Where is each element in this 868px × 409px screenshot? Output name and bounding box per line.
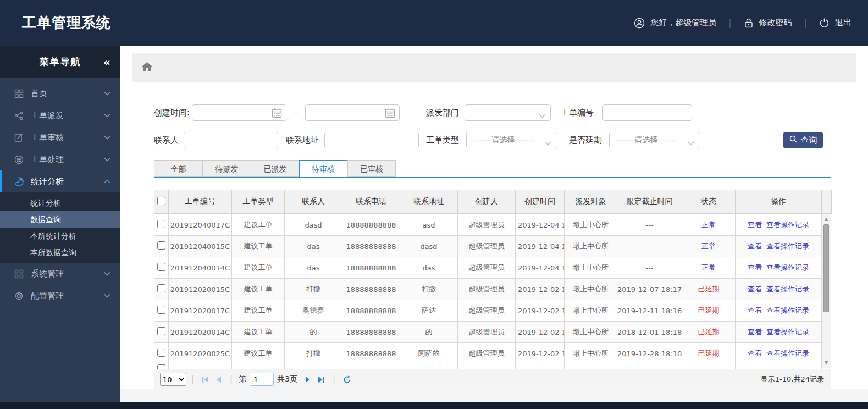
row-checkbox[interactable] bbox=[157, 364, 165, 369]
sidebar-item-process[interactable]: 工单处理 bbox=[0, 148, 120, 170]
cell-created-at: 2019-12-02 16 bbox=[516, 322, 565, 343]
col-phone: 联系电话 bbox=[342, 190, 400, 214]
table-scrollbar[interactable]: ▲ ▼ bbox=[822, 214, 831, 368]
cell-order-type: 建议工单 bbox=[232, 236, 285, 257]
order-type-select[interactable]: -------请选择------- bbox=[466, 132, 556, 148]
sidebar-item-dispatch[interactable]: 工单派发 bbox=[0, 104, 120, 126]
search-button[interactable]: 查询 bbox=[783, 132, 823, 148]
submenu-item-local-statistics[interactable]: 本所统计分析 bbox=[0, 228, 120, 244]
col-deadline: 限定截止时间 bbox=[617, 190, 682, 214]
cell-dispatch-to: 墩上中心所 bbox=[565, 236, 617, 257]
work-order-table: 工单编号 工单类型 联系人 联系电话 联系地址 创建人 创建时间 派发对象 限定… bbox=[154, 190, 831, 390]
grid-icon bbox=[14, 89, 24, 98]
delay-select[interactable]: -------请选择------- bbox=[609, 132, 699, 148]
cell-address: dasd bbox=[400, 236, 458, 257]
home-icon[interactable] bbox=[141, 62, 153, 74]
view-link[interactable]: 查看 bbox=[748, 328, 762, 336]
cell-operations: 查看查看操作记录 bbox=[736, 343, 822, 364]
tab-pending-review[interactable]: 待审核 bbox=[299, 160, 347, 178]
view-link[interactable]: 查看 bbox=[748, 306, 762, 314]
scrollbar-thumb[interactable] bbox=[823, 224, 829, 312]
row-checkbox[interactable] bbox=[157, 241, 165, 250]
table-row-partial bbox=[154, 364, 822, 369]
row-checkbox[interactable] bbox=[157, 220, 165, 228]
view-link[interactable]: 查看 bbox=[748, 285, 762, 293]
view-log-link[interactable]: 查看操作记录 bbox=[766, 328, 809, 336]
page-number-input[interactable] bbox=[250, 373, 274, 386]
tab-reviewed[interactable]: 已审核 bbox=[347, 160, 396, 177]
view-log-link[interactable]: 查看操作记录 bbox=[766, 263, 809, 272]
tab-pending-dispatch[interactable]: 待派发 bbox=[202, 160, 251, 177]
sidebar-item-system[interactable]: 系统管理 bbox=[0, 263, 120, 285]
view-log-link[interactable]: 查看操作记录 bbox=[766, 349, 809, 357]
next-page-button[interactable] bbox=[305, 376, 311, 383]
view-log-link[interactable]: 查看操作记录 bbox=[766, 285, 809, 293]
date-from-field[interactable] bbox=[192, 104, 286, 121]
address-label: 联系地址 bbox=[286, 132, 319, 148]
row-checkbox[interactable] bbox=[157, 327, 165, 335]
view-log-link[interactable]: 查看操作记录 bbox=[766, 242, 809, 250]
cell-deadline: --- bbox=[617, 236, 682, 257]
order-no-field[interactable] bbox=[602, 104, 692, 121]
cell-deadline: 2019-12-28 18:10 bbox=[617, 343, 682, 364]
view-link[interactable]: 查看 bbox=[748, 220, 762, 229]
cell-contact: 打撒 bbox=[285, 279, 342, 300]
user-greeting[interactable]: 您好，超级管理员 bbox=[634, 18, 716, 29]
greeting-text: 您好，超级管理员 bbox=[650, 18, 716, 28]
cell-address: asd bbox=[400, 214, 458, 236]
view-link[interactable]: 查看 bbox=[748, 263, 762, 272]
change-password-link[interactable]: 修改密码 bbox=[744, 18, 792, 29]
cell-address: 打撒 bbox=[400, 279, 458, 300]
refresh-button[interactable] bbox=[343, 375, 351, 384]
order-no-input[interactable] bbox=[603, 105, 692, 120]
col-scrollbar-stub bbox=[822, 190, 832, 214]
contact-input[interactable] bbox=[184, 132, 278, 148]
view-link[interactable]: 查看 bbox=[748, 349, 762, 357]
last-page-button[interactable] bbox=[317, 376, 325, 383]
submenu-item-local-data-query[interactable]: 本所数据查询 bbox=[0, 244, 120, 261]
contact-field[interactable] bbox=[184, 132, 278, 148]
breadcrumb bbox=[132, 53, 856, 82]
calendar-icon[interactable] bbox=[272, 108, 282, 120]
cell-order-type: 建议工单 bbox=[232, 343, 285, 364]
order-type-placeholder: -------请选择------- bbox=[472, 135, 534, 145]
view-link[interactable]: 查看 bbox=[748, 242, 762, 250]
sidebar-item-review[interactable]: 工单审核 bbox=[0, 126, 120, 148]
row-checkbox[interactable] bbox=[157, 284, 165, 292]
date-to-field[interactable] bbox=[305, 104, 400, 121]
submenu-item-data-query[interactable]: 数据查询 bbox=[0, 211, 120, 228]
view-log-link[interactable]: 查看操作记录 bbox=[766, 306, 809, 314]
row-checkbox[interactable] bbox=[157, 263, 165, 271]
cell-order-no: 201912040015C bbox=[169, 236, 232, 257]
chevron-up-icon bbox=[104, 179, 110, 184]
view-log-link[interactable]: 查看操作记录 bbox=[766, 220, 809, 229]
cell-order-no: 201912020014C bbox=[169, 322, 232, 343]
row-checkbox[interactable] bbox=[157, 306, 165, 314]
tab-dispatched[interactable]: 已派发 bbox=[251, 160, 299, 177]
calendar-icon[interactable] bbox=[385, 108, 395, 120]
sidebar-collapse-icon[interactable]: « bbox=[103, 57, 110, 68]
select-all-checkbox[interactable] bbox=[157, 197, 165, 205]
cell-created-at: 2019-12-02 17 bbox=[516, 343, 565, 364]
address-field[interactable] bbox=[324, 132, 419, 148]
logout-link[interactable]: 退出 bbox=[819, 18, 852, 28]
col-order-no: 工单编号 bbox=[169, 190, 232, 214]
main-content: 创建时间: - 派发部门 工单编号 联系人 联系地址 工单类型 -------请… bbox=[120, 46, 868, 402]
tab-all[interactable]: 全部 bbox=[154, 160, 202, 177]
cell-address: 阿萨的 bbox=[400, 343, 458, 364]
sidebar-item-statistics[interactable]: 统计分析 bbox=[0, 170, 120, 192]
scroll-down-arrow[interactable]: ▼ bbox=[822, 359, 831, 367]
submenu-item-statistics-analysis[interactable]: 统计分析 bbox=[0, 195, 120, 211]
row-checkbox[interactable] bbox=[157, 349, 165, 357]
first-page-button[interactable] bbox=[202, 376, 210, 383]
sidebar-item-home[interactable]: 首页 bbox=[0, 82, 120, 104]
sidebar-item-config[interactable]: 配置管理 bbox=[0, 285, 120, 307]
address-input[interactable] bbox=[325, 132, 418, 148]
bottom-band bbox=[120, 389, 868, 402]
cell-order-no: 201912020017C bbox=[169, 300, 232, 322]
prev-page-button[interactable] bbox=[215, 376, 222, 383]
dispatch-dept-select[interactable] bbox=[465, 104, 551, 121]
page-size-select[interactable]: 10 bbox=[160, 373, 186, 386]
scroll-up-arrow[interactable]: ▲ bbox=[822, 215, 831, 223]
cell-phone: 18888888888 bbox=[342, 300, 400, 322]
